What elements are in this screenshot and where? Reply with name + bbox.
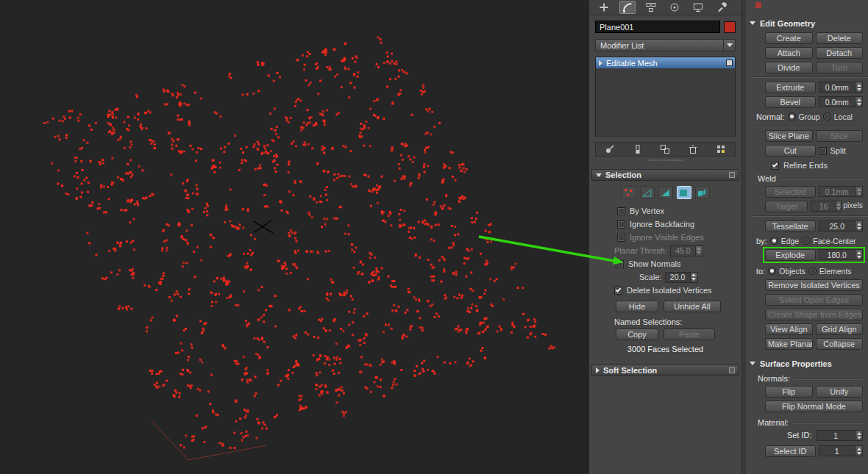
stack-item-toggle-icon[interactable] (726, 60, 733, 66)
bevel-spinner[interactable]: 0.0mm (819, 96, 864, 107)
to-elements-radio[interactable] (808, 267, 817, 275)
surface-properties-rollout-header[interactable]: Surface Properties (746, 358, 868, 369)
tab-display[interactable] (690, 1, 706, 14)
slice-plane-button[interactable]: Slice Plane (765, 130, 813, 142)
rollout-splitter[interactable] (589, 159, 741, 168)
pin-stack-icon[interactable] (602, 143, 617, 155)
view-align-button[interactable]: View Align (765, 323, 813, 335)
ignore-backfacing-checkbox[interactable] (617, 220, 625, 229)
to-objects-radio[interactable] (768, 267, 776, 275)
split-checkbox[interactable] (819, 147, 827, 155)
soft-selection-rollout-header[interactable]: Soft Selection (591, 365, 739, 376)
detach-button[interactable]: Detach (816, 47, 864, 59)
delete-isolated-vertices-checkbox[interactable] (614, 287, 622, 295)
attach-button[interactable]: Attach (765, 47, 813, 59)
subobject-face-icon[interactable] (658, 186, 673, 199)
weld-selected-button: Selected (765, 186, 816, 198)
spinner-arrows-icon[interactable] (855, 430, 863, 441)
spinner-arrows-icon[interactable] (855, 249, 863, 260)
refine-ends-checkbox[interactable] (771, 162, 779, 170)
tessellate-value[interactable]: 25.0 (819, 220, 855, 231)
object-color-swatch[interactable] (724, 21, 736, 33)
rollout-corner-icon[interactable] (729, 172, 735, 178)
tab-create[interactable] (596, 1, 612, 14)
by-vertex-checkbox[interactable] (617, 207, 625, 215)
grid-align-button[interactable]: Grid Align (816, 323, 864, 335)
tab-hierarchy[interactable] (643, 1, 659, 14)
scale-value[interactable]: 20.0 (665, 272, 690, 283)
copy-button[interactable]: Copy (616, 328, 658, 340)
subobject-edge-icon[interactable] (640, 186, 655, 199)
expand-arrow-icon[interactable] (599, 60, 602, 66)
explode-value[interactable]: 180.0 (819, 249, 855, 260)
select-id-button[interactable]: Select ID (765, 445, 816, 457)
subobject-element-icon[interactable] (695, 186, 710, 199)
extrude-button[interactable]: Extrude (765, 82, 816, 93)
make-unique-icon[interactable] (658, 143, 672, 155)
show-end-result-icon[interactable] (630, 143, 645, 155)
modifier-list-dropdown[interactable]: Modifier List (595, 39, 736, 51)
modifier-stack[interactable]: Editable Mesh (595, 57, 736, 137)
configure-modifier-sets-icon[interactable] (714, 143, 728, 155)
show-normals-checkbox[interactable] (616, 260, 624, 268)
delete-button[interactable]: Delete (816, 32, 864, 44)
viewport[interactable] (0, 0, 588, 474)
unhide-all-button[interactable]: Unhide All (664, 301, 721, 312)
hierarchy-icon (646, 2, 656, 12)
planar-thresh-value: 45.0 (670, 245, 695, 256)
select-id-spinner[interactable]: 1 (819, 445, 864, 456)
bevel-button[interactable]: Bevel (765, 96, 816, 108)
tab-utilities[interactable] (714, 1, 730, 14)
viewport-canvas[interactable] (0, 0, 588, 474)
normal-group-label: Group (799, 112, 820, 121)
remove-isolated-vertices-button[interactable]: Remove Isolated Vertices (765, 279, 863, 291)
set-id-value[interactable]: 1 (817, 430, 855, 441)
by-edge-radio[interactable] (770, 237, 778, 245)
extrude-spinner[interactable]: 0.0mm (819, 82, 864, 93)
rollout-corner-icon[interactable] (729, 367, 735, 373)
subobject-vertex-icon[interactable] (622, 186, 636, 199)
explode-spinner[interactable]: 180.0 (819, 249, 864, 260)
set-id-spinner[interactable]: 1 (817, 430, 864, 441)
tab-motion[interactable] (666, 1, 683, 14)
divide-button[interactable]: Divide (765, 62, 813, 73)
tessellate-spinner[interactable]: 25.0 (819, 220, 864, 231)
spinner-arrows-icon[interactable] (690, 272, 698, 283)
weld-selected-value: 0.1mm (819, 186, 855, 197)
hide-button[interactable]: Hide (616, 301, 658, 312)
create-button[interactable]: Create (765, 32, 813, 44)
by-face-center-radio[interactable] (802, 237, 810, 245)
ignore-visible-edges-label: Ignore Visible Edges (630, 233, 704, 242)
stack-item-editable-mesh[interactable]: Editable Mesh (596, 57, 735, 68)
spinner-arrows-icon[interactable] (855, 82, 863, 93)
spinner-arrows-icon[interactable] (855, 445, 863, 456)
normals-group-label: Normals: (758, 374, 863, 383)
select-id-value[interactable]: 1 (819, 445, 855, 456)
spinner-arrows-icon[interactable] (855, 220, 863, 231)
bevel-value[interactable]: 0.0mm (819, 96, 855, 107)
panel-scroll-indicator[interactable] (755, 2, 761, 8)
object-name-field[interactable] (595, 21, 720, 33)
to-objects-label: Objects (779, 267, 805, 276)
edit-geometry-rollout-header[interactable]: Edit Geometry (746, 18, 868, 29)
make-planar-button[interactable]: Make Planar (765, 338, 813, 350)
selection-rollout-header[interactable]: Selection (591, 169, 739, 181)
flip-button[interactable]: Flip (765, 386, 813, 398)
dropdown-arrow-icon[interactable] (723, 40, 735, 51)
ignore-backfacing-label: Ignore Backfacing (630, 220, 694, 229)
stack-item-label: Editable Mesh (606, 59, 722, 68)
cut-button[interactable]: Cut (765, 145, 816, 157)
tab-modify[interactable] (619, 1, 636, 14)
extrude-value[interactable]: 0.0mm (819, 82, 855, 93)
flip-normal-mode-button[interactable]: Flip Normal Mode (765, 401, 863, 412)
collapse-button[interactable]: Collapse (816, 338, 864, 350)
normal-local-radio[interactable] (823, 112, 831, 121)
explode-button[interactable]: Explode (765, 249, 816, 261)
scale-spinner[interactable]: 20.0 (665, 272, 698, 283)
tessellate-button[interactable]: Tessellate (765, 220, 816, 232)
unify-button[interactable]: Unify (816, 386, 864, 398)
spinner-arrows-icon[interactable] (855, 96, 863, 107)
remove-modifier-icon[interactable] (686, 143, 700, 155)
subobject-polygon-icon[interactable] (677, 186, 691, 199)
normal-group-radio[interactable] (788, 112, 796, 121)
